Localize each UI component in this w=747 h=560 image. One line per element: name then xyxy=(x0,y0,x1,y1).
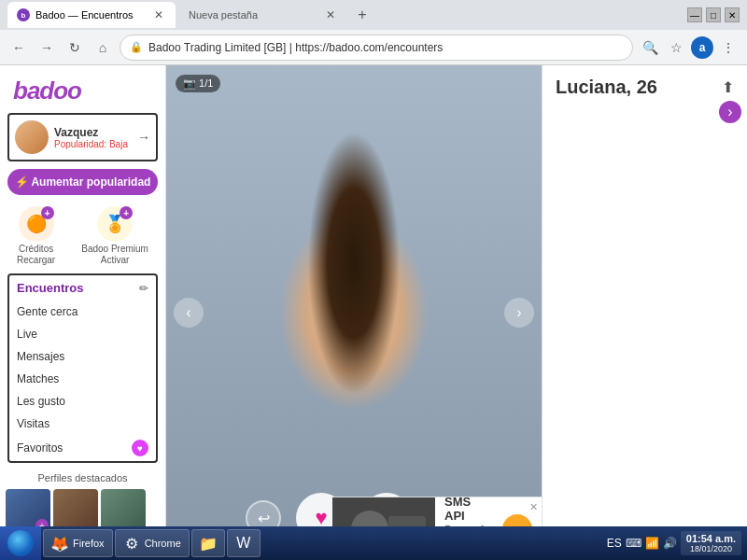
more-profiles-button[interactable]: › xyxy=(719,101,741,123)
page-content: badoo Vazquez Popularidad: Baja → ⚡ Aume… xyxy=(0,65,747,560)
signal-icon: 📶 xyxy=(645,537,659,550)
encounter-card: 📷 1/1 ‹ › ↩ ♥ ✕ ★ xyxy=(166,65,542,560)
right-panel: Luciana, 26 ⬆ xyxy=(542,65,747,560)
firefox-icon: 🦊 xyxy=(51,535,68,552)
premium-item[interactable]: 🏅 + Badoo PremiumActivar xyxy=(81,206,148,266)
refresh-button[interactable]: ↻ xyxy=(63,36,86,59)
start-orb xyxy=(7,530,34,556)
photo-prev-button[interactable]: ‹ xyxy=(174,298,204,328)
window-controls: — □ ✕ xyxy=(687,7,740,22)
lang-indicator: ES xyxy=(607,537,622,550)
photo-counter: 📷 1/1 xyxy=(176,75,220,92)
boost-button[interactable]: ⚡ Aumentar popularidad xyxy=(7,169,158,195)
svg-rect-10 xyxy=(332,356,375,410)
taskbar-explorer[interactable]: 📁 xyxy=(191,529,225,557)
nav-menu-title[interactable]: Encuentros xyxy=(17,281,84,295)
svg-rect-13 xyxy=(408,205,462,420)
volume-icon: 🔊 xyxy=(663,537,677,550)
svg-point-8 xyxy=(334,311,373,326)
sidebar-item-les-gusto[interactable]: Les gusto xyxy=(9,390,156,413)
browser-toolbar: ← → ↻ ⌂ 🔒 Badoo Trading Limited [GB] | h… xyxy=(0,30,747,65)
maximize-button[interactable]: □ xyxy=(706,7,721,22)
nav-menu-header: Encuentros ✏ xyxy=(9,275,156,301)
word-icon: W xyxy=(235,535,252,552)
sidebar-item-matches[interactable]: Matches xyxy=(9,368,156,390)
address-text: Badoo Trading Limited [GB] | https://bad… xyxy=(148,41,623,54)
taskbar-firefox[interactable]: 🦊 Firefox xyxy=(43,529,113,557)
card-photo xyxy=(166,65,542,560)
sidebar-item-favoritos[interactable]: Favoritos ♥ xyxy=(9,435,156,461)
explorer-icon: 📁 xyxy=(200,535,217,552)
user-avatar xyxy=(15,120,49,154)
svg-point-4 xyxy=(370,256,396,273)
keyboard-icon: ⌨ xyxy=(626,537,641,550)
taskbar-chrome[interactable]: ⚙ Chrome xyxy=(115,529,190,557)
forward-button[interactable]: → xyxy=(35,36,58,59)
credits-plus-badge: + xyxy=(41,206,54,219)
profile-name-age: Luciana, 26 xyxy=(556,77,657,98)
lock-icon: 🔒 xyxy=(130,41,143,53)
sidebar-item-live[interactable]: Live xyxy=(9,323,156,345)
minimize-button[interactable]: — xyxy=(687,7,702,22)
user-info: Vazquez Popularidad: Baja xyxy=(54,126,132,149)
credits-item[interactable]: 🟠 + CréditosRecargar xyxy=(17,206,55,266)
active-tab[interactable]: b Badoo — Encuentros ✕ xyxy=(7,2,176,28)
clock-time: 01:54 a.m. xyxy=(686,533,736,544)
svg-point-2 xyxy=(274,184,435,377)
photo-next-button[interactable]: › xyxy=(504,298,534,328)
user-popularity: Popularidad: Baja xyxy=(54,139,132,149)
close-button[interactable]: ✕ xyxy=(725,7,740,22)
account-icon[interactable]: a xyxy=(691,36,713,59)
tab-close-button[interactable]: ✕ xyxy=(151,7,166,22)
main-content: 📷 1/1 ‹ › ↩ ♥ ✕ ★ Cloudbet G xyxy=(166,65,542,560)
svg-point-6 xyxy=(377,258,388,271)
favoritos-badge: ♥ xyxy=(132,440,148,456)
sidebar-item-visitas[interactable]: Visitas xyxy=(9,413,156,435)
back-button[interactable]: ← xyxy=(7,36,30,59)
start-button[interactable] xyxy=(0,526,41,560)
address-bar[interactable]: 🔒 Badoo Trading Limited [GB] | https://b… xyxy=(120,35,633,61)
inactive-tab[interactable]: Nueva pestaña ✕ xyxy=(179,2,347,28)
bookmark-button[interactable]: ☆ xyxy=(665,36,687,59)
tab-favicon: b xyxy=(17,8,30,21)
premium-label: Badoo PremiumActivar xyxy=(81,244,148,266)
svg-point-1 xyxy=(247,65,461,410)
inactive-tab-title: Nueva pestaña xyxy=(189,9,317,21)
svg-point-14 xyxy=(257,108,450,237)
profile-share-button[interactable]: ⬆ xyxy=(722,78,734,96)
svg-point-5 xyxy=(319,258,331,271)
clock-date: 18/01/2020 xyxy=(686,544,736,553)
svg-rect-12 xyxy=(247,205,301,420)
menu-button[interactable]: ⋮ xyxy=(717,36,740,59)
exit-icon[interactable]: → xyxy=(137,130,150,145)
clock[interactable]: 01:54 a.m. 18/01/2020 xyxy=(681,531,741,555)
profile-details xyxy=(543,105,747,120)
taskbar: 🦊 Firefox ⚙ Chrome 📁 W ES ⌨ 📶 🔊 01:54 a.… xyxy=(0,526,747,560)
user-name: Vazquez xyxy=(54,126,132,139)
sidebar-item-mensajes[interactable]: Mensajes xyxy=(9,345,156,368)
home-button[interactable]: ⌂ xyxy=(92,36,114,59)
new-tab-button[interactable]: + xyxy=(351,4,374,26)
ad-close-button[interactable]: ✕ xyxy=(529,501,538,513)
premium-plus-badge: + xyxy=(120,206,133,219)
chrome-icon: ⚙ xyxy=(123,535,140,552)
premium-icon: 🏅 + xyxy=(97,206,133,242)
user-profile-card[interactable]: Vazquez Popularidad: Baja → xyxy=(7,113,158,161)
taskbar-word[interactable]: W xyxy=(227,529,261,557)
sidebar-item-gente-cerca[interactable]: Gente cerca xyxy=(9,301,156,323)
svg-rect-0 xyxy=(166,65,542,560)
featured-profiles-label: Perfiles destacados xyxy=(0,467,165,489)
toolbar-icons: 🔍 ☆ a ⋮ xyxy=(639,36,740,59)
profile-info-header: Luciana, 26 ⬆ xyxy=(543,65,747,105)
tab-title: Badoo — Encuentros xyxy=(35,9,146,21)
browser-titlebar: b Badoo — Encuentros ✕ Nueva pestaña ✕ +… xyxy=(0,0,747,30)
svg-point-7 xyxy=(347,288,360,305)
user-avatar-img xyxy=(15,120,49,154)
inactive-tab-close[interactable]: ✕ xyxy=(323,7,338,22)
search-button[interactable]: 🔍 xyxy=(639,36,661,59)
nav-menu: Encuentros ✏ Gente cerca Live Mensajes M… xyxy=(7,273,158,463)
sidebar: badoo Vazquez Popularidad: Baja → ⚡ Aume… xyxy=(0,65,166,560)
svg-point-9 xyxy=(311,340,397,404)
nav-menu-icon[interactable]: ✏ xyxy=(139,282,148,295)
badoo-logo[interactable]: badoo xyxy=(0,65,165,113)
